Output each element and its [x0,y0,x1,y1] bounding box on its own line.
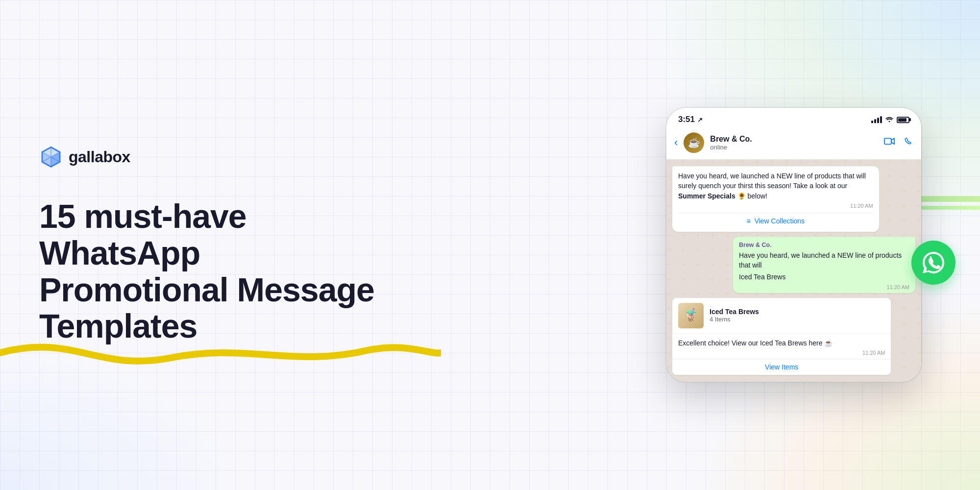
status-bar: 3:51 ↗ [666,108,921,128]
message-time-1: 11:20 AM [678,203,873,209]
signal-bars-icon [871,116,882,123]
chat-body: Have you heard, we launched a NEW line o… [666,159,921,382]
view-collections-button[interactable]: ≡ View Collections [678,213,873,229]
brand-name: gallabox [69,148,130,166]
chat-header: ‹ ☕ Brew & Co. online [666,128,921,159]
back-button[interactable]: ‹ [674,136,678,149]
headline-line2: Promotional Message [39,271,382,308]
catalog-card: 🧋 Iced Tea Brews 4 Items Excellent choic… [672,298,891,375]
page-headline: 15 must-have WhatsApp Promotional Messag… [39,198,382,344]
chat-online-status: online [710,144,878,151]
message-received-1: Have you heard, we launched a NEW line o… [672,166,879,232]
catalog-items-count: 4 Items [710,316,759,323]
message-time-sent: 11:20 AM [739,284,909,290]
status-icons [871,116,909,123]
phone-frame: 3:51 ↗ [666,108,921,382]
phone-call-icon[interactable] [905,137,913,148]
message-italic-part: Iced Tea Brews [739,272,909,282]
green-stripe-accent-2 [921,206,980,210]
catalog-thumbnail: 🧋 [678,303,704,328]
logo-area: gallabox [39,145,382,169]
chat-info: Brew & Co. online [710,135,878,151]
battery-icon [897,117,909,123]
catalog-description: Excellent choice! View our Iced Tea Brew… [678,339,885,348]
message-sender: Brew & Co. [739,242,909,248]
message-text-sent: Have you heard, we launched a NEW line o… [739,250,909,270]
video-call-icon[interactable] [884,137,895,148]
left-content: gallabox 15 must-have WhatsApp Promotion… [39,145,382,344]
status-time: 3:51 ↗ [678,115,703,124]
whatsapp-logo-icon [921,250,946,275]
wifi-icon [885,116,894,123]
headline-line3: Templates [39,308,382,345]
catalog-title: Iced Tea Brews [710,308,759,316]
chat-avatar: ☕ [684,132,704,153]
phone-mockup-container: 3:51 ↗ [666,108,921,382]
view-items-button[interactable]: View Items [672,359,891,375]
catalog-body: Excellent choice! View our Iced Tea Brew… [672,334,891,359]
catalog-info: Iced Tea Brews 4 Items [710,308,759,323]
message-text-1: Have you heard, we launched a NEW line o… [678,171,873,201]
catalog-header: 🧋 Iced Tea Brews 4 Items [672,298,891,334]
gallabox-logo-icon [39,145,63,169]
chat-action-icons [884,137,913,148]
whatsapp-icon-bubble [911,241,956,285]
headline-line1: 15 must-have WhatsApp [39,198,382,271]
chat-contact-name: Brew & Co. [710,135,878,144]
catalog-time: 11:20 AM [678,350,885,356]
message-sent-1: Brew & Co. Have you heard, we launched a… [733,237,915,293]
svg-rect-0 [884,138,891,144]
